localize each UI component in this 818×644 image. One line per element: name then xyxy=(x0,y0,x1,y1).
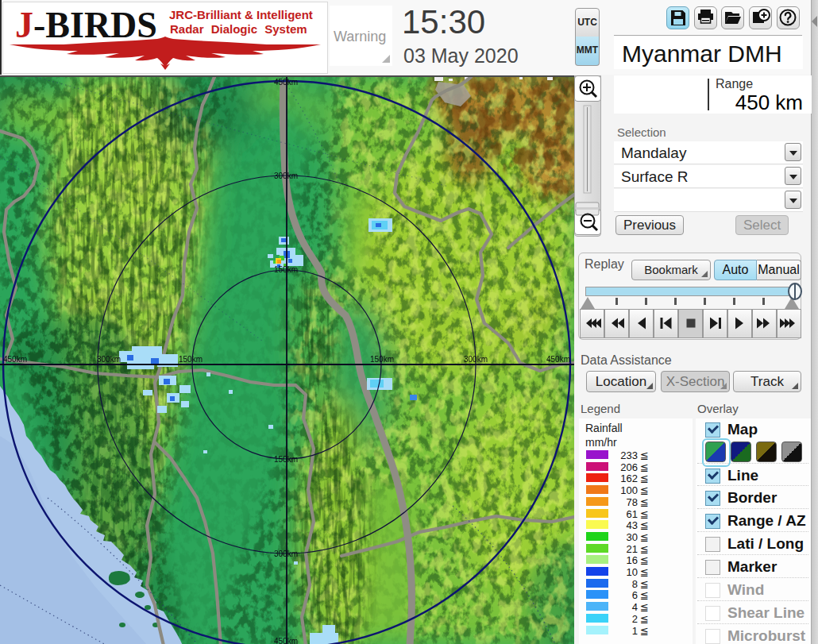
svg-text:300km: 300km xyxy=(274,172,298,180)
svg-text:450km: 450km xyxy=(274,637,298,644)
svg-text:300km: 300km xyxy=(97,355,121,364)
svg-text:450km: 450km xyxy=(3,355,27,364)
svg-text:150km: 150km xyxy=(179,355,203,364)
svg-text:300km: 300km xyxy=(464,355,488,364)
svg-text:150km: 150km xyxy=(274,455,298,464)
svg-text:150km: 150km xyxy=(370,355,394,364)
svg-text:150km: 150km xyxy=(274,265,298,274)
svg-text:300km: 300km xyxy=(274,550,298,558)
svg-text:450km: 450km xyxy=(546,355,570,364)
svg-text:450km: 450km xyxy=(274,78,298,87)
